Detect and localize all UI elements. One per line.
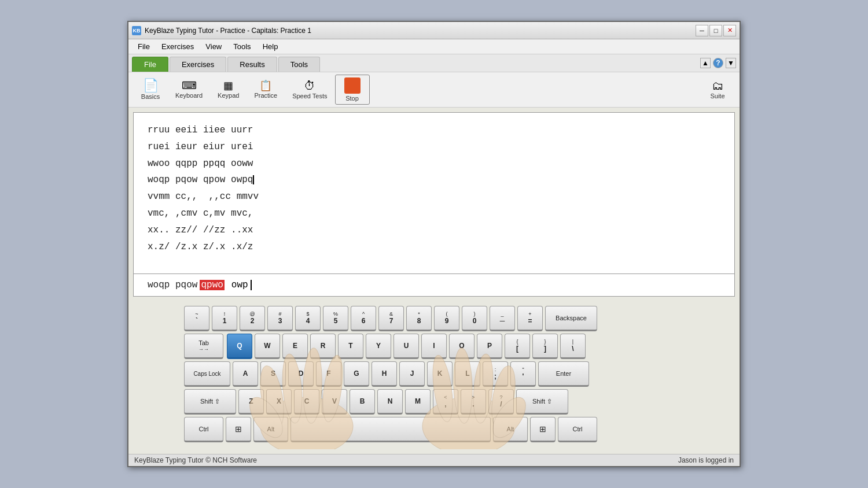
key-6[interactable]: ^6 bbox=[351, 306, 376, 331]
key-g[interactable]: G bbox=[344, 361, 369, 387]
toolbar-practice-button[interactable]: 📋 Practice bbox=[247, 77, 285, 102]
key-9[interactable]: (9 bbox=[434, 306, 459, 331]
key-v[interactable]: V bbox=[322, 389, 347, 415]
key-o[interactable]: O bbox=[449, 334, 475, 359]
menu-view[interactable]: View bbox=[200, 40, 227, 53]
key-3[interactable]: #3 bbox=[267, 306, 293, 331]
key-shift-right[interactable]: Shift ⇧ bbox=[516, 389, 568, 415]
key-k[interactable]: K bbox=[427, 361, 453, 387]
key-win-left[interactable]: ⊞ bbox=[226, 417, 251, 442]
key-win-right[interactable]: ⊞ bbox=[530, 417, 556, 442]
key-c[interactable]: C bbox=[294, 389, 319, 415]
key-minus[interactable]: _─ bbox=[490, 306, 515, 331]
key-semicolon[interactable]: :; bbox=[483, 361, 508, 387]
practice-line-8: x.z/ /z.x z/.x .x/z bbox=[148, 239, 720, 256]
key-m[interactable]: M bbox=[405, 389, 431, 415]
key-p[interactable]: P bbox=[477, 334, 502, 359]
toolbar-stop-button[interactable]: Stop bbox=[335, 75, 370, 105]
key-t[interactable]: T bbox=[338, 334, 363, 359]
key-equals[interactable]: += bbox=[517, 306, 543, 331]
key-8[interactable]: *8 bbox=[406, 306, 432, 331]
main-content: rruu eeii iiee uurr ruei ieur eiur urei … bbox=[128, 108, 740, 454]
key-j[interactable]: J bbox=[399, 361, 425, 387]
key-shift-left[interactable]: Shift ⇧ bbox=[184, 389, 236, 415]
key-alt-left[interactable]: Alt bbox=[253, 417, 288, 442]
key-tilde[interactable]: ~` bbox=[184, 306, 209, 331]
key-w[interactable]: W bbox=[255, 334, 280, 359]
key-y[interactable]: Y bbox=[366, 334, 391, 359]
menu-exercises[interactable]: Exercises bbox=[156, 40, 200, 53]
key-l[interactable]: L bbox=[455, 361, 480, 387]
key-f[interactable]: F bbox=[316, 361, 341, 387]
keyboard-container: ~` !1 @2 #3 $4 %5 ^6 &7 *8 (9 )0 _─ += B… bbox=[179, 301, 602, 449]
key-7[interactable]: &7 bbox=[378, 306, 404, 331]
tab-scroll-up[interactable]: ▲ bbox=[700, 58, 711, 68]
key-backslash[interactable]: |\ bbox=[560, 334, 586, 359]
toolbar-basics-button[interactable]: 📄 Basics bbox=[133, 76, 168, 103]
key-2[interactable]: @2 bbox=[240, 306, 265, 331]
key-space[interactable] bbox=[290, 417, 491, 442]
key-row-bottom: Ctrl ⊞ Alt Alt ⊞ Ctrl bbox=[184, 417, 597, 442]
tab-tools[interactable]: Tools bbox=[278, 57, 320, 72]
keyboard-icon: ⌨ bbox=[182, 80, 197, 91]
key-slash[interactable]: ?/ bbox=[488, 389, 514, 415]
key-d[interactable]: D bbox=[288, 361, 314, 387]
key-e[interactable]: E bbox=[282, 334, 308, 359]
key-h[interactable]: H bbox=[372, 361, 397, 387]
key-q[interactable]: Q bbox=[227, 334, 252, 359]
key-n[interactable]: N bbox=[377, 389, 403, 415]
key-row-numbers: ~` !1 @2 #3 $4 %5 ^6 &7 *8 (9 )0 _─ += B… bbox=[184, 306, 597, 331]
speed-tests-label: Speed Tests bbox=[292, 93, 327, 99]
menu-help[interactable]: Help bbox=[257, 40, 284, 53]
toolbar-keypad-button[interactable]: ▦ Keypad bbox=[210, 77, 247, 102]
key-comma[interactable]: <, bbox=[433, 389, 458, 415]
toolbar-speed-tests-button[interactable]: ⏱ Speed Tests bbox=[285, 77, 334, 102]
suite-icon: 🗂 bbox=[712, 80, 723, 91]
tab-results[interactable]: Results bbox=[227, 57, 277, 72]
tab-file[interactable]: File bbox=[132, 57, 168, 72]
key-a[interactable]: A bbox=[233, 361, 258, 387]
main-window: KB KeyBlaze Typing Tutor - Practice - Ca… bbox=[127, 21, 741, 467]
key-backspace[interactable]: Backspace bbox=[545, 306, 597, 331]
key-quote[interactable]: "' bbox=[510, 361, 536, 387]
tab-exercises[interactable]: Exercises bbox=[170, 57, 226, 72]
key-alt-right[interactable]: Alt bbox=[493, 417, 528, 442]
keyboard-area: ~` !1 @2 #3 $4 %5 ^6 &7 *8 (9 )0 _─ += B… bbox=[133, 297, 735, 449]
key-u[interactable]: U bbox=[393, 334, 419, 359]
key-i[interactable]: I bbox=[421, 334, 447, 359]
key-tab[interactable]: Tab→→ bbox=[184, 334, 223, 359]
status-bar: KeyBlaze Typing Tutor © NCH Software Jas… bbox=[128, 454, 740, 466]
maximize-button[interactable]: □ bbox=[709, 25, 722, 36]
key-r[interactable]: R bbox=[310, 334, 336, 359]
key-1[interactable]: !1 bbox=[212, 306, 237, 331]
key-period[interactable]: >. bbox=[461, 389, 486, 415]
menu-file[interactable]: File bbox=[132, 40, 156, 53]
key-lbracket[interactable]: {[ bbox=[505, 334, 530, 359]
toolbar-suite-button[interactable]: 🗂 Suite bbox=[700, 77, 735, 102]
key-b[interactable]: B bbox=[350, 389, 375, 415]
text-cursor bbox=[253, 175, 254, 184]
close-button[interactable]: ✕ bbox=[723, 25, 736, 36]
practice-line-6: vmc, ,cmv c,mv mvc, bbox=[148, 205, 720, 222]
typed-current: owp bbox=[231, 280, 248, 290]
key-enter[interactable]: Enter bbox=[538, 361, 589, 387]
input-cursor bbox=[251, 280, 252, 290]
tab-dropdown[interactable]: ▼ bbox=[726, 58, 736, 68]
key-5[interactable]: %5 bbox=[323, 306, 348, 331]
key-capslock[interactable]: Caps Lock bbox=[184, 361, 230, 387]
basics-icon: 📄 bbox=[143, 79, 159, 92]
minimize-button[interactable]: ─ bbox=[696, 25, 708, 36]
tab-help[interactable]: ? bbox=[713, 58, 723, 68]
toolbar-keyboard-button[interactable]: ⌨ Keyboard bbox=[168, 77, 210, 102]
key-0[interactable]: )0 bbox=[462, 306, 487, 331]
key-z[interactable]: Z bbox=[238, 389, 264, 415]
key-ctrl-right[interactable]: Ctrl bbox=[558, 417, 597, 442]
menu-tools[interactable]: Tools bbox=[227, 40, 256, 53]
key-rbracket[interactable]: }] bbox=[532, 334, 558, 359]
key-s[interactable]: S bbox=[260, 361, 286, 387]
input-line[interactable]: woqp pqow qpwo owp bbox=[133, 274, 735, 297]
app-icon: KB bbox=[132, 26, 141, 35]
key-x[interactable]: X bbox=[266, 389, 292, 415]
key-ctrl-left[interactable]: Ctrl bbox=[184, 417, 223, 442]
key-4[interactable]: $4 bbox=[295, 306, 321, 331]
